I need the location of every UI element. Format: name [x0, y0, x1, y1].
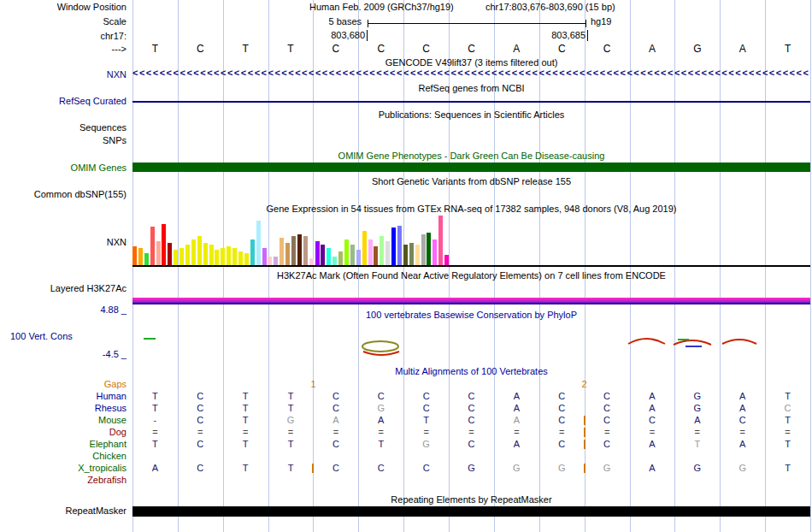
gtex-tissue-bar [162, 224, 166, 265]
aligned-base: = [604, 427, 609, 437]
alignment-row-mouse: -CTGAATCACCCACT [132, 415, 810, 427]
refseq-curated-label[interactable]: RefSeq Curated [0, 96, 127, 107]
aligned-base: A [649, 391, 655, 401]
alignment-row-zebrafish [132, 475, 810, 487]
nxn-gene-item[interactable]: <<<<<<<<<<<<<<<<<<<<<<<<<<<<<<<<<<<<<<<<… [132, 68, 810, 79]
gtex-tissue-bar [385, 241, 390, 265]
species-label-dog[interactable]: Dog [0, 427, 127, 438]
refseq-track-header[interactable]: RefSeq genes from NCBI [132, 83, 810, 94]
layered-h3k27ac-label[interactable]: Layered H3K27Ac [0, 283, 127, 294]
conservation-track-label[interactable]: 100 Vert. Cons [10, 331, 73, 342]
snps-track-label[interactable]: SNPs [0, 135, 127, 146]
gtex-tissue-bar [344, 239, 349, 265]
h3k27ac-track-header[interactable]: H3K27Ac Mark (Often Found Near Active Re… [132, 270, 810, 281]
reference-base: C [603, 43, 611, 55]
gtex-tissue-bar [321, 245, 325, 265]
aligned-base: A [694, 415, 700, 425]
gtex-tissue-bar [197, 236, 202, 265]
dbsnp-track-header[interactable]: Short Genetic Variants from dbSNP releas… [132, 176, 810, 187]
aligned-base: C [378, 463, 385, 473]
aligned-base: = [559, 427, 564, 437]
aligned-base: C [197, 403, 203, 413]
aligned-base: C [197, 415, 203, 425]
gtex-tissue-bar [309, 258, 314, 265]
phylop-mark [362, 341, 398, 352]
gtex-tissue-bar [391, 228, 396, 265]
aligned-base: C [197, 439, 203, 449]
gtex-tissue-bar [150, 227, 155, 265]
species-label-rhesus[interactable]: Rhesus [0, 403, 127, 414]
gtex-tissue-bar [421, 234, 426, 265]
reference-base: G [693, 43, 701, 55]
gap-size-marker: 2 [582, 379, 587, 389]
phylop-mark [628, 339, 665, 344]
genome-browser-image: Window Position Scale chr17: ---> Human … [0, 0, 812, 532]
species-label-elephant[interactable]: Elephant [0, 439, 127, 450]
aligned-base: C [558, 415, 565, 425]
species-label-mouse[interactable]: Mouse [0, 415, 127, 426]
aligned-base: T [243, 439, 249, 449]
omim-gene-item[interactable] [132, 163, 810, 172]
coordinate-left-label: 803,680 [331, 30, 368, 41]
species-label-x_tropicalis[interactable]: X_tropicalis [0, 463, 127, 474]
alignment-gap-bar [312, 464, 314, 473]
aligned-base: = [423, 427, 428, 437]
aligned-base: = [333, 427, 338, 437]
repeatmasker-track-header[interactable]: Repeating Elements by RepeatMasker [132, 494, 810, 505]
species-label-human[interactable]: Human [0, 391, 127, 402]
gtex-tissue-bar [279, 238, 284, 265]
gtex-tissue-bar [444, 255, 449, 265]
aligned-base: C [603, 439, 610, 449]
aligned-base: T [288, 463, 294, 473]
gtex-tissue-bar [291, 236, 296, 265]
aligned-base: = [197, 427, 203, 437]
aligned-base: G [422, 439, 430, 449]
multiz-track-header[interactable]: Multiz Alignments of 100 Vertebrates [132, 366, 810, 377]
omim-track-header[interactable]: OMIM Gene Phenotypes - Dark Green Can Be… [132, 151, 810, 162]
strand-direction-label: ---> [0, 44, 127, 55]
gtex-tissue-bar [332, 257, 337, 265]
aligned-base: T [288, 391, 294, 401]
aligned-base: A [514, 415, 520, 425]
alignment-gaps-row: 12 [132, 379, 810, 390]
gaps-row-label[interactable]: Gaps [0, 379, 127, 390]
gencode-gene-label[interactable]: NXN [0, 69, 127, 80]
aligned-base: G [468, 463, 475, 473]
omim-genes-label[interactable]: OMIM Genes [0, 163, 127, 174]
gtex-track-header[interactable]: Gene Expression in 54 tissues from GTEx … [132, 204, 810, 215]
gtex-tissue-bar [238, 251, 243, 265]
aligned-base: = [739, 427, 744, 437]
gencode-track-header[interactable]: GENCODE V49lift37 (3 items filtered out) [132, 57, 810, 68]
gtex-tissue-bar [438, 216, 443, 265]
gtex-expression-chart[interactable] [132, 216, 810, 265]
gtex-tissue-bar [327, 248, 331, 265]
publications-track-header[interactable]: Publications: Sequences in Scientific Ar… [132, 109, 810, 121]
sequences-track-label[interactable]: Sequences [0, 122, 127, 133]
common-dbsnp-label[interactable]: Common dbSNP(155) [0, 189, 127, 200]
repeatmasker-label[interactable]: RepeatMasker [0, 505, 127, 517]
aligned-base: = [695, 427, 700, 437]
aligned-base: T [288, 439, 294, 449]
gtex-tissue-bar [138, 248, 143, 265]
conservation-scale-min: -4.5 _ [0, 349, 127, 360]
repeatmasker-item[interactable] [132, 506, 810, 517]
species-label-chicken[interactable]: Chicken [0, 451, 127, 462]
gtex-tissue-bar [374, 246, 378, 265]
gtex-tissue-bar [303, 236, 308, 265]
gtex-tissue-bar [274, 257, 278, 265]
aligned-base: T [288, 403, 294, 413]
species-label-zebrafish[interactable]: Zebrafish [0, 475, 127, 486]
aligned-base: T [243, 463, 249, 473]
gtex-tissue-bar [268, 257, 272, 265]
gtex-gene-label[interactable]: NXN [0, 237, 127, 248]
reference-base: T [242, 43, 248, 55]
layered-h3k27ac-signal[interactable] [132, 298, 810, 304]
scale-bar [368, 23, 586, 24]
aligned-base: T [243, 391, 249, 401]
gtex-tissue-bar [297, 234, 302, 265]
alignment-gap-bar [584, 416, 585, 425]
aligned-base: C [468, 439, 475, 449]
conservation-wiggle[interactable] [132, 304, 810, 358]
refseq-curated-item[interactable] [132, 101, 810, 103]
gtex-tissue-bar [362, 231, 367, 265]
